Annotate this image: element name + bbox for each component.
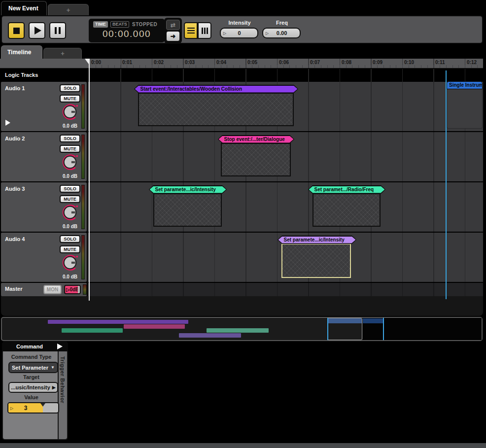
command-type-dropdown[interactable]: Set Parameter ▼: [8, 362, 58, 373]
loop-playback-button[interactable]: ⇄: [166, 20, 180, 30]
volume-readout: 0.0 dB: [59, 173, 81, 179]
fmod-event-editor: New Event + TIME BEATS STOPPED 00:00.000…: [0, 0, 486, 448]
track-lane-audio-3[interactable]: [88, 182, 483, 232]
freq-param-label: Freq: [262, 20, 302, 26]
track-row-master: Master MON ▷0dB: [0, 283, 483, 296]
ruler-tick: 0:09: [373, 60, 382, 65]
track-lane-master[interactable]: [88, 283, 483, 296]
track-header-audio-2[interactable]: Audio 2 SOLO MUTE 0.0 dB: [1, 132, 87, 181]
volume-knob[interactable]: [61, 153, 79, 172]
marker-region-start-event[interactable]: [138, 93, 294, 126]
track-name: Audio 4: [5, 236, 25, 242]
logic-tracks-row: Logic Tracks: [0, 69, 483, 82]
list-view-button[interactable]: [184, 22, 198, 39]
track-header-audio-1[interactable]: Audio 1 SOLO MUTE 0.0 dB: [1, 82, 87, 131]
ruler-tick: 0:02: [154, 60, 164, 65]
volume-readout: 0.0 dB: [59, 123, 81, 129]
value-slider[interactable]: ▷ 3: [7, 402, 59, 414]
solo-button[interactable]: SOLO: [60, 185, 80, 193]
marker-region-set-parameter-intensity-selected[interactable]: [281, 243, 351, 278]
volume-knob[interactable]: [61, 203, 79, 222]
trigger-behavior-tab[interactable]: Trigger Behavior: [59, 342, 68, 440]
marker-region-stop-event[interactable]: [221, 143, 291, 176]
trigger-play-icon[interactable]: [57, 344, 63, 349]
marker-start-event[interactable]: Start event:/Interactables/Wooden Collis…: [134, 85, 298, 93]
intensity-param-value: 0: [226, 30, 257, 36]
solo-button[interactable]: SOLO: [60, 84, 80, 92]
add-timeline-tab-button[interactable]: +: [43, 48, 82, 59]
track-name: Audio 3: [5, 186, 25, 192]
ruler-tick: 0:06: [279, 60, 289, 65]
single-instrument-body[interactable]: [447, 89, 483, 129]
volume-knob[interactable]: [61, 253, 79, 272]
column-view-icon: [202, 28, 208, 34]
marker-region-set-parameter-freq[interactable]: [312, 193, 381, 227]
command-panel-header[interactable]: Command: [2, 342, 68, 351]
marker-label: Start event:/Interactables/Wooden Collis…: [135, 86, 298, 93]
marker-label: Set paramete...ic/Intensity: [150, 186, 226, 193]
playhead-flag-icon[interactable]: [85, 59, 89, 64]
ruler-tick: 0:03: [185, 60, 195, 65]
timeline-ruler[interactable]: 0:00 0:01 0:02 0:03 0:04 0:05 0:06 0:07 …: [0, 59, 483, 69]
track-header-audio-3[interactable]: Audio 3 SOLO MUTE 0.0 dB: [1, 182, 87, 232]
expand-track-icon[interactable]: [5, 120, 10, 126]
volume-knob[interactable]: [61, 103, 79, 121]
loop-start-line[interactable]: [446, 70, 447, 299]
marker-label: Set paramete...ic/Intensity: [278, 237, 356, 243]
freq-param-value: 0.00: [269, 30, 300, 36]
overview-bar-teal-1: [62, 328, 123, 333]
freq-param-field[interactable]: ▷ 0.00: [262, 28, 301, 38]
marker-set-parameter-intensity[interactable]: Set paramete...ic/Intensity: [149, 185, 227, 194]
marker-set-parameter-freq[interactable]: Set paramet.../Radio/Freq: [308, 185, 385, 194]
beats-mode-button[interactable]: BEATS: [110, 21, 129, 28]
logic-tracks-lane[interactable]: [88, 69, 483, 82]
timeline-overview[interactable]: [1, 317, 483, 341]
playhead-cursor[interactable]: [89, 59, 90, 301]
pause-button[interactable]: [49, 22, 66, 39]
overview-bar-magenta: [124, 324, 185, 329]
ruler-tick: 0:05: [247, 60, 257, 65]
master-level-meter: [83, 284, 87, 295]
target-button[interactable]: ...usic/Intensity ▶: [8, 382, 58, 393]
ruler-tick: 0:01: [122, 60, 132, 65]
overview-viewport[interactable]: [327, 318, 362, 340]
single-instrument-header[interactable]: Single Instrum: [447, 81, 483, 89]
marker-region-set-parameter-intensity[interactable]: [153, 193, 222, 227]
stop-icon: [13, 28, 20, 34]
time-mode-button[interactable]: TIME: [93, 21, 108, 28]
tab-timeline-label: Timeline: [7, 49, 31, 56]
play-icon: [35, 27, 41, 34]
intensity-param-field[interactable]: ▷ 0: [220, 28, 258, 38]
follow-playback-button[interactable]: ➜: [166, 31, 180, 41]
list-view-icon: [187, 28, 195, 34]
master-fader-button[interactable]: ▷0dB: [64, 285, 81, 294]
tab-timeline[interactable]: Timeline: [1, 45, 42, 59]
solo-button[interactable]: SOLO: [60, 235, 80, 243]
plus-icon: +: [67, 6, 70, 14]
overview-loop-start-line: [327, 318, 328, 340]
stop-button[interactable]: [8, 22, 25, 39]
status-strip: [0, 443, 486, 448]
level-meter: [81, 185, 85, 229]
monitor-button[interactable]: MON: [43, 285, 62, 294]
logic-tracks-label: Logic Tracks: [5, 72, 38, 78]
ruler-tick: 0:08: [342, 60, 351, 65]
track-header-audio-4[interactable]: Audio 4 SOLO MUTE 0.0 dB: [1, 233, 87, 282]
mute-button[interactable]: MUTE: [60, 195, 80, 203]
marker-stop-event[interactable]: Stop event:/...ter/Dialogue: [218, 135, 294, 143]
play-button[interactable]: [29, 22, 45, 39]
solo-button[interactable]: SOLO: [60, 135, 80, 142]
mute-button[interactable]: MUTE: [60, 245, 80, 253]
single-instrument-block[interactable]: Single Instrum: [447, 81, 483, 129]
track-header-master[interactable]: Master MON ▷0dB: [1, 283, 87, 296]
track-row-audio-3: Audio 3 SOLO MUTE 0.0 dB: [0, 182, 483, 232]
add-event-tab-button[interactable]: +: [48, 4, 89, 15]
marker-set-parameter-intensity-selected[interactable]: Set paramete...ic/Intensity: [278, 236, 356, 244]
mute-button[interactable]: MUTE: [60, 145, 80, 153]
column-view-button[interactable]: [198, 22, 211, 39]
mute-button[interactable]: MUTE: [60, 95, 80, 103]
overview-bar-purple: [48, 320, 188, 324]
track-name: Audio 1: [5, 85, 25, 91]
tab-new-event[interactable]: New Event: [1, 1, 47, 15]
transport-status: STOPPED: [132, 22, 157, 27]
